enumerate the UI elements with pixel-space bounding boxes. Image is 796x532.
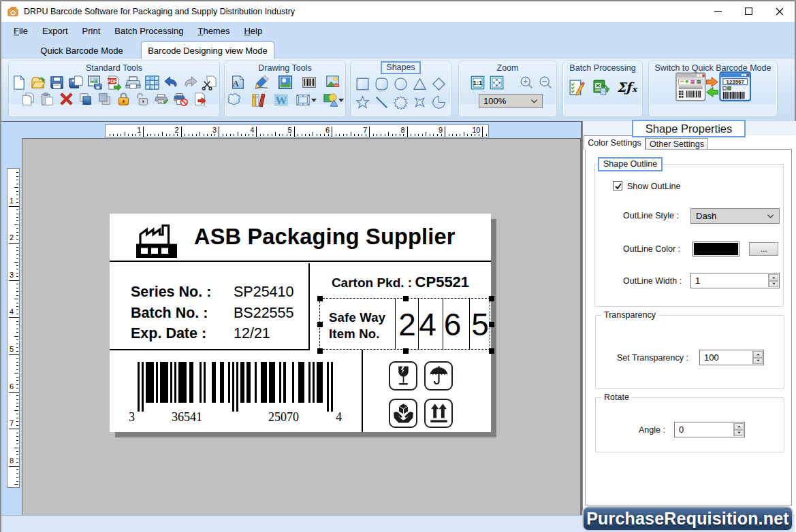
zoom-in-button[interactable] — [517, 74, 536, 90]
edit-picture-button[interactable] — [323, 74, 343, 90]
canvas-size-button[interactable] — [296, 92, 318, 108]
rotate-group: Rotate Angle : 0 — [595, 397, 784, 452]
menu-item-export[interactable]: Export — [35, 26, 75, 36]
ruler-tick — [16, 235, 18, 236]
spin-down-button[interactable] — [753, 358, 763, 365]
print-setup-button[interactable] — [153, 90, 172, 107]
selection-handle[interactable] — [403, 348, 409, 354]
ruler-tick — [9, 466, 19, 467]
outline-color-swatch[interactable] — [692, 242, 739, 256]
selection-handle[interactable] — [317, 296, 323, 301]
outline-style-select[interactable]: Dash — [690, 208, 780, 224]
mode-switch-button[interactable] — [674, 71, 752, 102]
menu-item-batch-processing[interactable]: Batch Processing — [108, 26, 190, 36]
actual-size-button[interactable] — [468, 74, 487, 90]
shape-pie-button[interactable] — [430, 94, 449, 110]
minimize-button[interactable] — [703, 1, 733, 21]
save-button[interactable] — [48, 74, 67, 90]
tab-quick-barcode-mode[interactable]: Quick Barcode Mode — [38, 42, 125, 59]
pencil-button[interactable] — [252, 74, 271, 90]
ruler-tick — [16, 403, 18, 403]
ruler-tick — [14, 299, 18, 299]
menu-item-file[interactable]: File — [7, 26, 35, 36]
shape-four-point-star-button[interactable] — [411, 94, 430, 110]
shape-star-button[interactable] — [353, 94, 372, 110]
freeform-shape-button[interactable] — [225, 92, 244, 108]
save-as-button[interactable] — [67, 74, 86, 90]
selection-handle[interactable] — [489, 348, 494, 354]
insert-image-button[interactable] — [276, 74, 295, 90]
spin-down-button[interactable] — [769, 281, 778, 288]
insert-shape-button[interactable] — [323, 92, 345, 108]
group-label-shapes: Shapes — [351, 61, 451, 74]
shape-line-button[interactable] — [372, 94, 392, 110]
selection-handle[interactable] — [317, 348, 323, 354]
shape-diamond-button[interactable] — [430, 76, 449, 92]
bring-forward-button[interactable] — [95, 90, 114, 107]
open-file-button[interactable] — [29, 74, 48, 90]
selection-handle[interactable] — [317, 322, 323, 327]
export-pdf-button[interactable] — [105, 74, 124, 90]
ruler-tick — [170, 134, 170, 136]
new-document-button[interactable] — [10, 74, 29, 90]
mode-switch-icon — [675, 71, 751, 101]
paste-button[interactable] — [38, 90, 57, 107]
menu-item-help[interactable]: Help — [237, 26, 269, 36]
close-file-button[interactable] — [191, 90, 210, 107]
cut-button[interactable] — [200, 74, 219, 90]
ruler-tick — [155, 134, 155, 136]
shape-seal-button[interactable] — [392, 94, 411, 110]
fit-page-button[interactable] — [487, 74, 506, 90]
ruler-tick — [16, 358, 18, 359]
selection-handle[interactable] — [489, 322, 494, 327]
spin-up-button[interactable] — [734, 423, 744, 430]
spin-up-button[interactable] — [753, 351, 763, 358]
shape-triangle-button[interactable] — [411, 76, 430, 92]
tab-other-settings[interactable]: Other Settings — [646, 138, 708, 150]
spin-down-button[interactable] — [734, 430, 744, 437]
insert-text-button[interactable] — [228, 74, 247, 90]
export-image-button[interactable] — [86, 74, 105, 90]
zoom-level-select[interactable]: 100% — [479, 94, 543, 108]
close-button[interactable] — [764, 1, 795, 21]
zoom-out-button[interactable] — [536, 74, 555, 90]
unlock-button[interactable] — [133, 90, 153, 107]
menu-item-themes[interactable]: Themes — [191, 26, 236, 36]
shape-ellipse-button[interactable] — [392, 76, 411, 92]
insert-barcode-button[interactable] — [300, 74, 319, 90]
watermark-tool-button[interactable] — [272, 92, 291, 108]
cancel-print-button[interactable] — [172, 90, 191, 107]
ruler-tick — [16, 202, 18, 203]
outline-width-input[interactable]: 1 — [690, 273, 780, 288]
batch-edit-button[interactable] — [567, 79, 586, 95]
barcode-label[interactable]: ASB Packaging Supplier Series No. :SP254… — [110, 214, 491, 432]
send-backward-button[interactable] — [76, 90, 95, 107]
redo-button[interactable] — [181, 74, 200, 90]
maximize-button[interactable] — [733, 1, 764, 21]
shape-rounded-rectangle-button[interactable] — [372, 76, 392, 92]
selection-handle[interactable] — [489, 296, 494, 301]
spin-up-button[interactable] — [769, 274, 778, 281]
library-button[interactable] — [249, 92, 268, 108]
selected-item-number-box[interactable]: Safe Way Item No. 2465 — [319, 298, 490, 350]
design-canvas[interactable]: ASB Packaging Supplier Series No. :SP254… — [22, 138, 581, 516]
tab-color-settings[interactable]: Color Settings — [584, 135, 646, 150]
print-button[interactable] — [124, 74, 143, 90]
copy-button[interactable] — [19, 90, 38, 107]
shape-rectangle-button[interactable] — [353, 76, 372, 92]
formula-button[interactable]: Σƒₓ — [616, 79, 639, 95]
show-outline-checkbox[interactable] — [613, 181, 622, 190]
tab-barcode-designing-view-mode[interactable]: Barcode Designing view Mode — [141, 41, 274, 59]
excel-import-button[interactable] — [591, 79, 610, 95]
undo-button[interactable] — [162, 74, 181, 90]
formula-icon: Σƒₓ — [617, 80, 638, 95]
lock-button[interactable] — [114, 90, 133, 107]
set-transparency-input[interactable]: 100 — [699, 350, 764, 365]
selection-handle[interactable] — [403, 296, 409, 301]
menu-item-print[interactable]: Print — [76, 26, 108, 36]
ruler-tick — [332, 127, 332, 137]
print-preview-button[interactable] — [143, 74, 162, 90]
angle-input[interactable]: 0 — [674, 422, 745, 437]
delete-button[interactable] — [57, 90, 76, 107]
outline-color-browse-button[interactable]: ... — [749, 242, 778, 256]
